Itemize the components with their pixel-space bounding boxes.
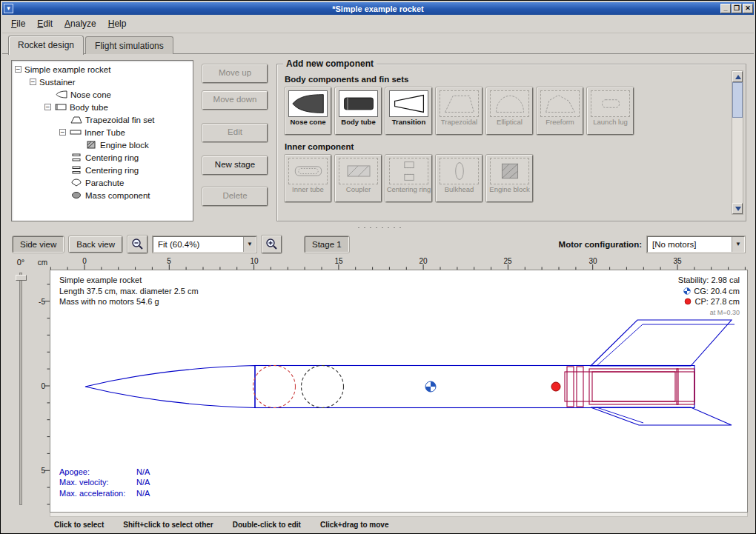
elliptical-fin-icon xyxy=(490,90,529,117)
menu-edit[interactable]: Edit xyxy=(31,16,59,31)
zoom-select-value: Fit (60.4%) xyxy=(153,240,243,249)
tab-flight-simulations[interactable]: Flight simulations xyxy=(85,36,173,54)
tree-item-centering-ring-1[interactable]: Centering ring xyxy=(12,151,193,164)
tab-rocket-design[interactable]: Rocket design xyxy=(8,36,84,55)
ruler-label: 0 xyxy=(41,382,45,390)
body-tube-icon xyxy=(339,90,378,117)
menu-help[interactable]: Help xyxy=(102,16,133,31)
menu-analyze[interactable]: Analyze xyxy=(59,16,102,31)
tree-item-sustainer[interactable]: − Sustainer xyxy=(12,76,193,88)
rocket-info: Simple example rocket Length 37.5 cm, ma… xyxy=(59,275,199,307)
scroll-down-button[interactable] xyxy=(732,203,743,214)
inner-tube-icon xyxy=(288,158,328,184)
ruler-label: 30 xyxy=(588,257,597,265)
side-view-button[interactable]: Side view xyxy=(13,236,64,253)
ruler-label: 5 xyxy=(41,467,45,475)
tree-item-body-tube[interactable]: − Body tube xyxy=(12,101,193,113)
tree-item-trapezoidal-fin-set[interactable]: Trapezoidal fin set xyxy=(12,113,193,126)
tree-label: Simple example rocket xyxy=(24,65,110,74)
back-view-button[interactable]: Back view xyxy=(69,236,122,253)
collapse-icon[interactable]: − xyxy=(44,104,51,110)
title-bar[interactable]: ▾ *Simple example rocket _ ❐ ✕ xyxy=(2,2,754,15)
zoom-in-button[interactable] xyxy=(262,236,282,253)
tree-item-rocket-root[interactable]: − Simple example rocket xyxy=(12,63,193,76)
zoom-out-icon xyxy=(131,238,144,250)
rotation-slider-handle[interactable] xyxy=(16,275,27,281)
tree-item-inner-tube[interactable]: − Inner Tube xyxy=(12,126,193,138)
centering-ring-icon xyxy=(70,166,83,174)
rotation-slider[interactable] xyxy=(19,273,22,505)
new-stage-button[interactable]: New stage xyxy=(202,156,268,175)
cp-icon xyxy=(684,298,692,305)
tree-item-mass-component[interactable]: Mass component xyxy=(12,189,193,201)
tree-item-nose-cone[interactable]: Nose cone xyxy=(12,88,193,101)
component-button-label: Centering ring xyxy=(387,186,431,193)
body-tube-icon xyxy=(54,103,67,111)
stability-info: Stability: 2.98 cal CG: 20.4 cm CP: 27.8… xyxy=(678,275,740,318)
max-velocity-value: N/A xyxy=(136,477,150,488)
centering-ring-button[interactable]: Centering ring xyxy=(385,155,432,202)
fin-set-icon xyxy=(70,116,83,124)
scrollbar-thumb[interactable] xyxy=(732,82,743,118)
zoom-select[interactable]: Fit (60.4%) ▼ xyxy=(153,236,256,253)
move-down-button[interactable]: Move down xyxy=(202,91,268,110)
edit-button[interactable]: Edit xyxy=(202,124,268,142)
inner-tube-button[interactable]: Inner tube xyxy=(285,155,331,202)
hint-double-click: Double-click to edit xyxy=(233,521,301,529)
application-window: ▾ *Simple example rocket _ ❐ ✕ File Edit… xyxy=(0,0,756,534)
tree-item-centering-ring-2[interactable]: Centering ring xyxy=(12,164,193,176)
collapse-icon[interactable]: − xyxy=(59,129,66,136)
tree-item-parachute[interactable]: Parachute xyxy=(12,176,193,189)
bulkhead-button[interactable]: Bulkhead xyxy=(436,155,483,202)
body-components-label: Body components and fin sets xyxy=(285,75,728,84)
collapse-icon[interactable]: − xyxy=(30,79,36,85)
rocket-canvas[interactable]: Simple example rocket Length 37.5 cm, ma… xyxy=(50,270,748,513)
mach-note: at M=0.30 xyxy=(678,307,740,318)
chevron-down-icon[interactable]: ▼ xyxy=(732,237,744,252)
launch-lug-button[interactable]: Launch lug xyxy=(587,87,634,135)
freeform-fin-button[interactable]: Freeform xyxy=(537,87,583,135)
component-button-label: Engine block xyxy=(489,186,529,193)
add-component-panel: Add new component Body components and fi… xyxy=(276,64,746,221)
minimize-button[interactable]: _ xyxy=(720,4,731,13)
component-tree[interactable]: − Simple example rocket − Sustainer Nose… xyxy=(11,60,193,221)
chevron-down-icon[interactable]: ▼ xyxy=(243,237,256,252)
mass-component-icon xyxy=(70,191,83,199)
panel-splitter[interactable] xyxy=(2,224,754,232)
coupler-button[interactable]: Coupler xyxy=(335,155,382,202)
ruler-label: 15 xyxy=(334,257,342,265)
elliptical-fin-button[interactable]: Elliptical xyxy=(486,87,533,135)
body-tube-button[interactable]: Body tube xyxy=(335,87,382,135)
inner-tube-icon xyxy=(69,128,82,136)
nose-cone-button[interactable]: Nose cone xyxy=(285,87,331,135)
delete-button[interactable]: Delete xyxy=(202,187,268,206)
component-button-label: Inner tube xyxy=(292,186,324,193)
ruler-label: 10 xyxy=(250,257,258,265)
cg-icon xyxy=(683,287,691,295)
transition-button[interactable]: Transition xyxy=(385,87,432,135)
stage-1-toggle[interactable]: Stage 1 xyxy=(305,236,349,253)
bulkhead-icon xyxy=(440,158,479,184)
component-panel-scrollbar[interactable] xyxy=(732,70,743,215)
close-button[interactable]: ✕ xyxy=(743,4,753,13)
menu-file[interactable]: File xyxy=(5,16,31,31)
move-up-button[interactable]: Move up xyxy=(202,64,268,83)
hint-shift-click: Shift+click to select other xyxy=(123,521,213,529)
design-top-section: − Simple example rocket − Sustainer Nose… xyxy=(2,54,754,224)
motor-configuration-select[interactable]: [No motors] ▼ xyxy=(647,236,745,253)
maximize-button[interactable]: ❐ xyxy=(732,4,742,13)
trapezoidal-fin-button[interactable]: Trapezoidal xyxy=(436,87,483,135)
centering-ring-icon xyxy=(70,153,83,161)
vertical-ruler: -5 0 5 xyxy=(35,270,50,513)
component-button-label: Freeform xyxy=(546,119,574,126)
scroll-up-button[interactable] xyxy=(732,71,743,82)
zoom-out-button[interactable] xyxy=(127,236,147,253)
collapse-icon[interactable]: − xyxy=(15,66,21,73)
component-button-label: Elliptical xyxy=(497,119,523,126)
motor-configuration-label: Motor configuration: xyxy=(559,240,642,249)
tree-item-engine-block[interactable]: Engine block xyxy=(12,138,193,151)
component-button-label: Nose cone xyxy=(290,119,325,126)
engine-block-button[interactable]: Engine block xyxy=(486,155,533,202)
view-toolbar: Side view Back view Fit (60.4%) ▼ Stage … xyxy=(2,232,754,256)
cp-marker xyxy=(551,382,560,391)
